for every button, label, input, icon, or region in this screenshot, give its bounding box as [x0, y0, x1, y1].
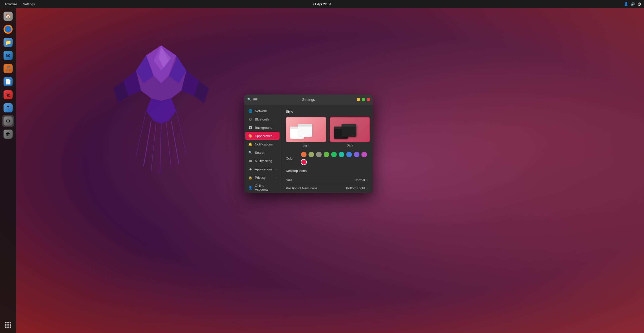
- menu-icon[interactable]: [253, 98, 257, 101]
- position-dropdown[interactable]: Bottom Right ▾: [346, 186, 368, 190]
- style-option-light[interactable]: Light: [286, 117, 326, 147]
- sidebar-item-search[interactable]: 🔍 Search: [245, 148, 280, 157]
- sidebar-item-appearance-label: Appearance: [255, 134, 273, 138]
- network-icon: 🌐: [248, 109, 252, 113]
- topbar: Activities Settings 21 Apr 22:04 👤 🔊 ⏻: [0, 0, 644, 8]
- sidebar-item-privacy[interactable]: 🔒 Privacy ›: [245, 173, 280, 181]
- sidebar-item-appearance[interactable]: 🎨 Appearance: [245, 132, 280, 140]
- trash-icon: 🗑: [4, 130, 13, 139]
- sidebar-item-bluetooth[interactable]: ⬡ Bluetooth: [245, 115, 280, 123]
- svg-line-8: [144, 121, 151, 166]
- online-accounts-icon: 👤: [248, 186, 252, 190]
- files-icon: 📁: [4, 38, 13, 47]
- dock-item-rhythmbox[interactable]: 🎵: [2, 63, 14, 75]
- color-swatch-blue[interactable]: [346, 152, 352, 157]
- color-swatch-purple[interactable]: [354, 152, 359, 157]
- grid-icon: [5, 322, 11, 328]
- sound-icon[interactable]: 🔊: [631, 2, 635, 6]
- sidebar-item-applications-label: Applications: [255, 167, 273, 171]
- applications-icon: ⊕: [248, 167, 252, 171]
- dock-item-writer[interactable]: 📄: [2, 76, 14, 88]
- size-value: Normal: [354, 178, 365, 182]
- color-swatch-sage[interactable]: [316, 152, 322, 157]
- applications-arrow-icon: ›: [276, 168, 277, 171]
- show-apps-button[interactable]: [2, 319, 14, 331]
- sidebar-item-online-accounts-label: Online Accounts: [255, 184, 277, 191]
- search-icon[interactable]: 🔍: [247, 98, 252, 102]
- sidebar-item-search-label: Search: [255, 151, 265, 155]
- color-swatch-olive[interactable]: [309, 152, 314, 157]
- dock-item-trash[interactable]: 🗑: [2, 128, 14, 140]
- svg-line-14: [176, 111, 186, 155]
- size-dropdown[interactable]: Normal ▾: [354, 178, 368, 182]
- size-row: Size Normal ▾: [286, 176, 368, 184]
- color-swatch-orange[interactable]: [301, 152, 307, 157]
- style-option-dark[interactable]: Dark: [330, 117, 370, 147]
- topbar-left: Activities Settings: [3, 2, 35, 6]
- dock-item-email[interactable]: ✉: [2, 49, 14, 62]
- sidebar-item-multitasking[interactable]: ⊞ Multitasking: [245, 157, 280, 165]
- rhythmbox-icon: 🎵: [4, 64, 13, 73]
- sidebar-item-multitasking-label: Multitasking: [255, 159, 272, 163]
- position-dropdown-arrow-icon: ▾: [366, 187, 368, 190]
- sidebar-item-notifications[interactable]: 🔔 Notifications: [245, 140, 280, 148]
- color-swatch-teal[interactable]: [339, 152, 344, 157]
- user-icon[interactable]: 👤: [624, 2, 628, 6]
- sidebar-item-background[interactable]: 🖼 Background: [245, 124, 280, 132]
- size-label: Size: [286, 178, 292, 182]
- privacy-arrow-icon: ›: [276, 176, 277, 179]
- maximize-button[interactable]: ⤢: [362, 98, 365, 101]
- settings-window: 🔍 Settings — ⤢ ✕ 🌐 Network ⬡ Bluetooth �: [244, 95, 373, 193]
- desktop-wallpaper-jellyfish: [50, 20, 277, 197]
- sidebar-item-online-accounts[interactable]: 👤 Online Accounts: [245, 182, 280, 193]
- svg-line-12: [171, 121, 179, 164]
- position-row: Position of New Icons Bottom Right ▾: [286, 184, 368, 192]
- color-swatch-green[interactable]: [324, 152, 329, 157]
- dock-item-help[interactable]: ?: [2, 102, 14, 114]
- light-style-label: Light: [303, 144, 309, 147]
- activities-button[interactable]: Activities: [3, 2, 19, 6]
- svg-line-11: [166, 122, 171, 169]
- color-swatch-teal-green[interactable]: [331, 152, 337, 157]
- desktop-icons-title: Desktop Icons: [286, 169, 368, 173]
- power-icon[interactable]: ⏻: [637, 2, 641, 6]
- writer-icon: 📄: [4, 77, 13, 86]
- appstore-icon: 🛍: [4, 90, 13, 99]
- sidebar-item-network[interactable]: 🌐 Network: [245, 107, 280, 115]
- appearance-icon: 🎨: [248, 134, 252, 138]
- dock-item-settings[interactable]: ⚙: [2, 115, 14, 127]
- dock-item-firefox[interactable]: [2, 23, 14, 35]
- svg-line-13: [136, 111, 146, 156]
- sidebar-item-bluetooth-label: Bluetooth: [255, 117, 269, 121]
- close-button[interactable]: ✕: [367, 98, 370, 101]
- multitasking-icon: ⊞: [248, 159, 252, 163]
- dock: 🏠 📁 ✉ 🎵 📄 🛍 ? ⚙ 🗑: [0, 8, 16, 333]
- settings-icon: ⚙: [4, 116, 13, 126]
- color-swatch-pink-purple[interactable]: [361, 152, 367, 157]
- settings-sidebar: 🌐 Network ⬡ Bluetooth 🖼 Background 🎨 App…: [244, 105, 281, 193]
- color-swatch-red[interactable]: [301, 159, 307, 165]
- svg-line-9: [151, 122, 156, 171]
- personal-folder-row: Show Personal folder: [286, 192, 368, 193]
- sidebar-item-notifications-label: Notifications: [255, 142, 273, 146]
- dock-item-appstore[interactable]: 🛍: [2, 89, 14, 101]
- sidebar-item-network-label: Network: [255, 109, 267, 113]
- topbar-right: 👤 🔊 ⏻: [624, 2, 641, 6]
- position-label: Position of New Icons: [286, 186, 317, 190]
- dark-style-label: Dark: [347, 144, 353, 147]
- size-dropdown-arrow-icon: ▾: [366, 179, 368, 181]
- window-body: 🌐 Network ⬡ Bluetooth 🖼 Background 🎨 App…: [244, 105, 373, 193]
- color-label: Color: [286, 157, 301, 160]
- position-value: Bottom Right: [346, 186, 365, 190]
- sidebar-item-privacy-label: Privacy: [255, 176, 266, 179]
- sidebar-item-applications[interactable]: ⊕ Applications ›: [245, 165, 280, 173]
- help-icon: ?: [4, 103, 13, 112]
- bluetooth-icon: ⬡: [248, 117, 252, 121]
- sidebar-item-background-label: Background: [255, 126, 272, 130]
- minimize-button[interactable]: —: [357, 98, 360, 101]
- background-icon: 🖼: [248, 126, 252, 130]
- dock-item-home[interactable]: 🏠: [2, 10, 14, 22]
- topbar-clock: 21 Apr 22:04: [313, 2, 331, 6]
- style-section-title: Style: [286, 110, 368, 113]
- dock-item-files[interactable]: 📁: [2, 36, 14, 48]
